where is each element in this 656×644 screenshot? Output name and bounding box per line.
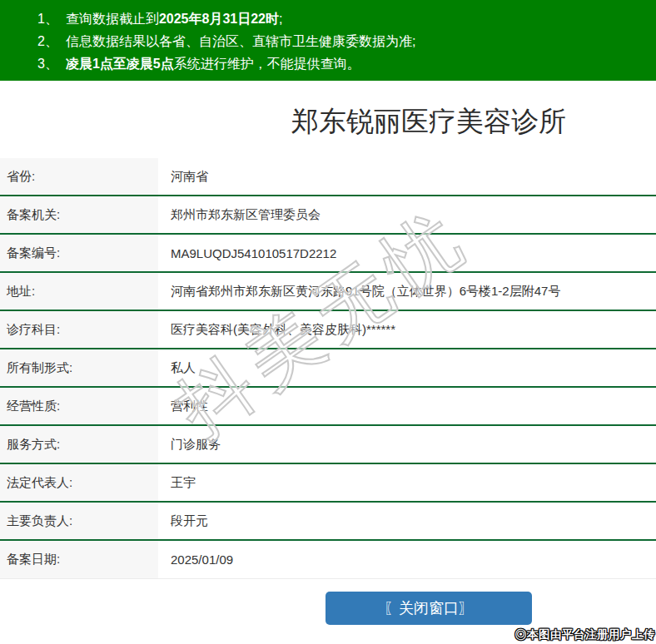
notice-line: 2、信息数据结果以各省、自治区、直辖市卫生健康委数据为准; xyxy=(37,30,656,52)
query-result-page: 1、查询数据截止到2025年8月31日22时; 2、信息数据结果以各省、自治区、… xyxy=(0,0,656,644)
row-value: 河南省 xyxy=(158,158,656,195)
content-area: 郑东锐丽医疗美容诊所 省份: 河南省 备案机关: 郑州市郑东新区管理委员会 备案… xyxy=(0,102,656,625)
notice-number: 3、 xyxy=(37,52,58,75)
notice-text: ; xyxy=(279,12,282,26)
row-value: 私人 xyxy=(158,349,656,386)
notice-text: 系统进行维护，不能提供查询。 xyxy=(174,57,360,71)
notice-text-bold: 凌晨1点至凌晨5点 xyxy=(66,57,174,71)
table-row: 地址: 河南省郑州市郑东新区黄河东路91号院（立体世界）6号楼1-2层附47号 xyxy=(0,273,656,311)
row-value: 医疗美容科(美容外科、美容皮肤科)****** xyxy=(158,311,656,348)
info-table: 省份: 河南省 备案机关: 郑州市郑东新区管理委员会 备案编号: MA9LUQD… xyxy=(0,158,656,579)
table-row: 备案机关: 郑州市郑东新区管理委员会 xyxy=(0,196,656,235)
notice-line: 1、查询数据截止到2025年8月31日22时; xyxy=(37,7,656,30)
table-row: 主要负责人: 段开元 xyxy=(0,503,656,541)
notice-line: 3、凌晨1点至凌晨5点系统进行维护，不能提供查询。 xyxy=(37,52,656,75)
table-row: 省份: 河南省 xyxy=(0,158,656,196)
close-window-button[interactable]: 〖关闭窗口〗 xyxy=(326,592,532,625)
notice-text: 信息数据结果以各省、自治区、直辖市卫生健康委数据为准; xyxy=(66,34,415,48)
row-value: 河南省郑州市郑东新区黄河东路91号院（立体世界）6号楼1-2层附47号 xyxy=(158,273,656,310)
notice-text-bold: 2025年8月31日22时 xyxy=(159,12,279,26)
notice-number: 2、 xyxy=(37,30,58,52)
notice-number: 1、 xyxy=(37,7,58,30)
row-value: 王宇 xyxy=(158,464,656,501)
row-label: 经营性质: xyxy=(0,388,158,424)
upload-credit-watermark: ◎本图由平台注册用户上传 xyxy=(515,627,655,642)
table-row: 经营性质: 营利性 xyxy=(0,388,656,426)
notice-banner: 1、查询数据截止到2025年8月31日22时; 2、信息数据结果以各省、自治区、… xyxy=(0,0,656,81)
row-label: 主要负责人: xyxy=(0,503,158,539)
row-label: 省份: xyxy=(0,158,158,195)
row-label: 法定代表人: xyxy=(0,464,158,501)
row-value: 2025/01/09 xyxy=(158,541,656,578)
table-row: 所有制形式: 私人 xyxy=(0,349,656,388)
row-value: 郑州市郑东新区管理委员会 xyxy=(158,196,656,233)
table-row: 服务方式: 门诊服务 xyxy=(0,426,656,464)
row-value: MA9LUQDJ541010517D2212 xyxy=(158,235,656,271)
table-row: 备案日期: 2025/01/09 xyxy=(0,541,656,579)
table-row: 法定代表人: 王宇 xyxy=(0,464,656,503)
table-row: 备案编号: MA9LUQDJ541010517D2212 xyxy=(0,235,656,273)
page-title: 郑东锐丽医疗美容诊所 xyxy=(0,102,656,141)
row-label: 地址: xyxy=(0,273,158,310)
row-label: 备案日期: xyxy=(0,541,158,578)
row-label: 所有制形式: xyxy=(0,349,158,386)
row-label: 备案机关: xyxy=(0,196,158,233)
table-row: 诊疗科目: 医疗美容科(美容外科、美容皮肤科)****** xyxy=(0,311,656,349)
row-label: 服务方式: xyxy=(0,426,158,463)
row-label: 诊疗科目: xyxy=(0,311,158,348)
notice-text: 查询数据截止到 xyxy=(66,12,159,26)
row-value: 门诊服务 xyxy=(158,426,656,463)
row-value: 段开元 xyxy=(158,503,656,539)
row-label: 备案编号: xyxy=(0,235,158,271)
row-value: 营利性 xyxy=(158,388,656,424)
button-row: 〖关闭窗口〗 xyxy=(0,592,656,625)
